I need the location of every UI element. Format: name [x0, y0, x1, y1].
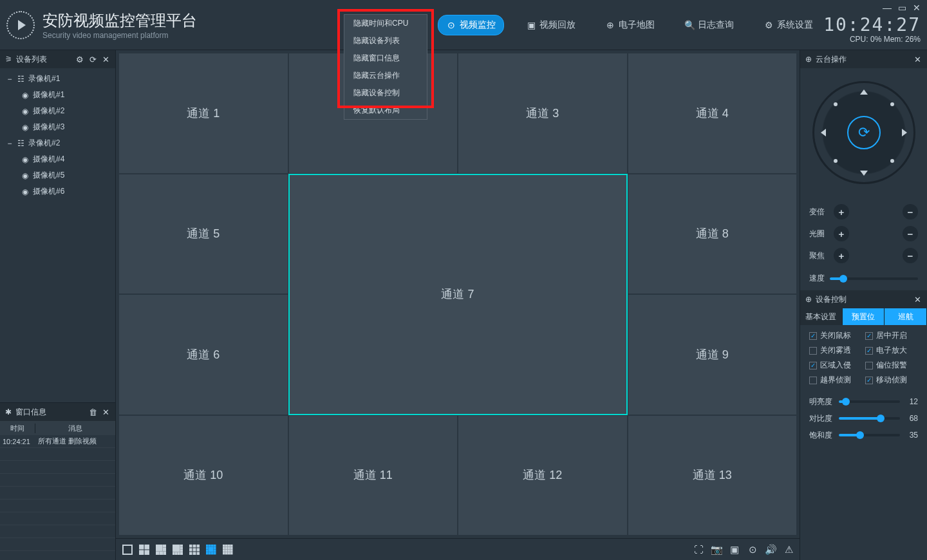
nav-label: 系统设置: [777, 19, 813, 31]
svg-rect-0: [123, 545, 132, 554]
video-channel-1[interactable]: 通道 1: [118, 53, 288, 174]
context-menu: 隐藏时间和CPU隐藏设备列表隐藏窗口信息隐藏云台操作隐藏设备控制恢复默认布局: [344, 14, 427, 120]
checkbox-item[interactable]: ✓居中开启: [865, 330, 919, 341]
nav-item-4[interactable]: ⚙系统设置: [756, 15, 821, 35]
tree-recorder[interactable]: −☷录像机#2: [0, 135, 115, 151]
snapshot-icon[interactable]: ▣: [729, 544, 740, 555]
close-icon[interactable]: ✕: [913, 55, 922, 64]
slider-label: 明亮度: [809, 397, 834, 407]
video-channel-10[interactable]: 通道 10: [118, 415, 288, 536]
zoom-minus-button[interactable]: −: [903, 204, 918, 219]
focus-minus-button[interactable]: −: [903, 248, 918, 263]
window-info-row[interactable]: 10:24:21所有通道 删除视频: [0, 435, 115, 448]
minimize-icon[interactable]: —: [883, 3, 892, 13]
trash-icon[interactable]: 🗑: [88, 407, 97, 416]
device-ctrl-tab[interactable]: 巡航: [885, 308, 927, 325]
gear-icon[interactable]: ⚙: [75, 55, 84, 64]
alert-icon[interactable]: ⚠: [783, 544, 794, 555]
iris-minus-button[interactable]: −: [903, 226, 918, 241]
collapse-icon[interactable]: −: [6, 139, 13, 148]
collapse-icon[interactable]: −: [6, 75, 13, 84]
checkbox-item[interactable]: 关闭雾透: [809, 345, 863, 356]
tree-recorder[interactable]: −☷录像机#1: [0, 71, 115, 87]
device-ctrl-tab[interactable]: 基本设置: [800, 308, 843, 325]
focus-plus-button[interactable]: +: [834, 248, 849, 263]
checkbox-item[interactable]: ✓移动侦测: [865, 375, 919, 386]
device-ctrl-tab[interactable]: 预置位: [843, 308, 885, 325]
svg-rect-19: [189, 545, 192, 547]
checkbox-item[interactable]: ✓区域入侵: [809, 360, 863, 371]
fit-screen-icon[interactable]: ⛶: [693, 544, 704, 555]
tree-camera[interactable]: ◉摄像机#1: [0, 87, 115, 103]
refresh-icon[interactable]: ⟳: [88, 55, 97, 64]
slider-track[interactable]: [839, 434, 900, 436]
nav-item-1[interactable]: ▣视频回放: [518, 15, 583, 35]
ptz-upright-icon[interactable]: [890, 102, 894, 106]
checkbox-item[interactable]: 越界侦测: [809, 375, 863, 386]
layout-9-icon[interactable]: [188, 543, 201, 556]
tree-camera[interactable]: ◉摄像机#2: [0, 103, 115, 119]
layout-4-icon[interactable]: [138, 543, 151, 556]
ptz-downleft-icon[interactable]: [834, 159, 838, 163]
tree-camera[interactable]: ◉摄像机#3: [0, 119, 115, 135]
layout-8-icon[interactable]: [171, 543, 184, 556]
speed-track[interactable]: [830, 277, 918, 280]
maximize-icon[interactable]: ▭: [898, 3, 906, 13]
video-channel-4[interactable]: 通道 4: [628, 53, 798, 174]
nav-item-3[interactable]: 🔍日志查询: [677, 15, 742, 35]
window-info-panel: ✱ 窗口信息 🗑 ✕ 时间 消息 10:24:21所有通道 删除视频: [0, 402, 115, 560]
zoom-plus-button[interactable]: +: [834, 204, 849, 219]
ptz-refresh-button[interactable]: ⟳: [847, 116, 881, 149]
slider-track[interactable]: [839, 400, 900, 403]
ptz-left-icon[interactable]: [821, 129, 826, 136]
tree-camera[interactable]: ◉摄像机#6: [0, 183, 115, 200]
video-channel-8[interactable]: 通道 8: [628, 174, 798, 295]
ptz-right-icon[interactable]: [902, 129, 907, 136]
context-menu-item[interactable]: 隐藏云台操作: [344, 67, 427, 84]
context-menu-item[interactable]: 隐藏窗口信息: [344, 50, 427, 67]
ptz-upleft-icon[interactable]: [834, 102, 838, 106]
close-icon[interactable]: ✕: [913, 3, 921, 13]
window-info-row-empty: [0, 487, 115, 499]
layout-6-icon[interactable]: [154, 543, 167, 556]
video-channel-3[interactable]: 通道 3: [458, 53, 628, 174]
video-channel-11[interactable]: 通道 11: [288, 415, 458, 536]
record-icon[interactable]: ⊙: [747, 544, 758, 555]
checkbox-item[interactable]: 偏位报警: [865, 360, 919, 371]
layout-13-icon[interactable]: [205, 543, 218, 556]
layout-16-icon[interactable]: [221, 543, 234, 556]
nav-item-0[interactable]: ⊙视频监控: [438, 15, 504, 35]
checkbox-item[interactable]: ✓电子放大: [865, 345, 919, 356]
ptz-downright-icon[interactable]: [890, 159, 894, 163]
device-ctrl-header: ⊕ 设备控制 ✕: [800, 290, 927, 308]
video-channel-13[interactable]: 通道 13: [628, 415, 798, 536]
checkbox-label: 偏位报警: [876, 360, 907, 371]
nav-item-2[interactable]: ⊕电子地图: [597, 15, 662, 35]
context-menu-item[interactable]: 恢复默认布局: [344, 102, 427, 119]
ptz-up-icon[interactable]: [860, 89, 868, 95]
context-menu-item[interactable]: 隐藏时间和CPU: [344, 15, 427, 32]
recorder-icon: ☷: [16, 139, 25, 148]
video-channel-12[interactable]: 通道 12: [458, 415, 628, 536]
close-icon[interactable]: ✕: [101, 407, 110, 416]
close-icon[interactable]: ✕: [913, 295, 922, 304]
slider-track[interactable]: [839, 417, 900, 420]
context-menu-item[interactable]: 隐藏设备控制: [344, 84, 427, 102]
context-menu-item[interactable]: 隐藏设备列表: [344, 32, 427, 50]
video-channel-9[interactable]: 通道 9: [628, 294, 798, 415]
video-channel-5[interactable]: 通道 5: [118, 174, 288, 295]
volume-icon[interactable]: 🔊: [765, 544, 776, 555]
video-channel-7[interactable]: 通道 7: [288, 174, 628, 415]
tree-camera[interactable]: ◉摄像机#5: [0, 167, 115, 183]
checkbox-item[interactable]: ✓关闭鼠标: [809, 330, 863, 341]
camera-icon[interactable]: 📷: [711, 544, 722, 555]
ptz-down-icon[interactable]: [860, 171, 868, 176]
video-grid: 通道 1通道 2通道 3通道 4通道 5通道 6通道 7通道 8通道 9通道 1…: [116, 50, 800, 538]
close-icon[interactable]: ✕: [101, 55, 110, 64]
tree-camera[interactable]: ◉摄像机#4: [0, 151, 115, 167]
video-channel-6[interactable]: 通道 6: [118, 294, 288, 415]
svg-rect-9: [160, 552, 163, 555]
layout-1-icon[interactable]: [121, 543, 134, 556]
sitemap-icon: ⚞: [5, 55, 12, 64]
iris-plus-button[interactable]: +: [834, 226, 849, 241]
